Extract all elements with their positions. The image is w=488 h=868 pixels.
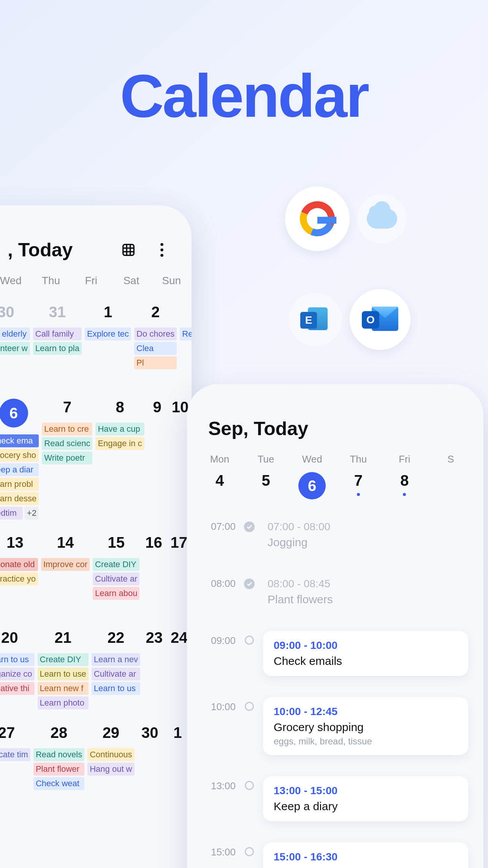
day-cell[interactable]: 8Have a cupEngage in c xyxy=(94,388,146,523)
overflow-menu-button[interactable] xyxy=(154,242,170,258)
event-chip[interactable]: Grocery sho xyxy=(0,449,39,462)
event-time: 13:00 - 15:00 xyxy=(274,785,458,797)
day-cell[interactable]: 28Read novelsPlant flowerCheck weat xyxy=(32,714,86,809)
event-card[interactable]: 15:00 - 16:30Learn problem-solving skill… xyxy=(263,843,468,868)
event-chip[interactable]: Learn photo xyxy=(38,696,89,709)
weekday-label: Wed xyxy=(0,275,31,287)
event-card[interactable]: 07:00 - 08:00Jogging xyxy=(263,517,468,553)
day-strip-item[interactable]: S xyxy=(432,453,470,499)
event-chip[interactable]: Learn to pla xyxy=(33,342,82,355)
day-cell[interactable]: 14Improve cor xyxy=(40,523,91,618)
day-cell[interactable]: 7Learn to creRead sciencWrite poetr xyxy=(40,388,94,523)
event-chip[interactable]: Continuous xyxy=(87,748,134,761)
event-chip[interactable]: Practice yo xyxy=(0,572,38,585)
event-chip[interactable]: Create DIY xyxy=(93,558,139,571)
event-chip[interactable]: Clea xyxy=(134,342,177,355)
event-chip[interactable]: Organize co xyxy=(0,668,35,680)
more-events-chip[interactable]: +2 xyxy=(24,507,39,520)
day-cell[interactable]: 2Do choresCleaPl xyxy=(133,293,178,388)
event-chip[interactable]: Learn desse xyxy=(0,492,39,505)
more-vertical-icon xyxy=(160,243,164,257)
event-card[interactable]: 08:00 - 08:45Plant flowers xyxy=(263,574,468,610)
day-cell[interactable]: 31Call familyLearn to pla xyxy=(32,293,83,388)
day-strip-item[interactable]: Mon4 xyxy=(201,453,239,499)
event-chip[interactable]: Bedtim xyxy=(0,507,23,520)
day-strip-dow: Tue xyxy=(247,453,285,465)
event-chip[interactable]: Cultivate ar xyxy=(92,668,140,680)
event-chip[interactable]: Creative thi xyxy=(0,682,35,695)
event-chip[interactable]: Create DIY xyxy=(38,653,89,666)
slot-marker[interactable] xyxy=(244,517,255,532)
event-chip[interactable]: Have a cup xyxy=(95,423,144,436)
day-cell[interactable]: 6Check emaGrocery shoKeep a diarLearn pr… xyxy=(0,388,40,523)
event-chip[interactable]: Do chores xyxy=(134,327,177,340)
event-chip[interactable]: Engage in c xyxy=(95,437,144,450)
event-chip[interactable]: Check ema xyxy=(0,434,39,447)
event-chip[interactable]: Improve cor xyxy=(41,558,90,571)
day-number: 6 xyxy=(0,399,28,428)
event-chip[interactable]: Learn to us xyxy=(0,653,35,666)
integration-outlook: O xyxy=(350,289,410,350)
event-chip[interactable]: Learn a nev xyxy=(92,653,140,666)
day-cell[interactable]: 23 xyxy=(142,618,166,714)
event-chip[interactable]: Plant flower xyxy=(33,763,84,776)
day-cell[interactable]: 21Create DIYLearn to useLearn new fLearn… xyxy=(36,618,90,714)
event-chip[interactable]: Learn probl xyxy=(0,478,39,491)
day-cell[interactable]: 30 xyxy=(136,714,164,809)
event-time: 10:00 - 12:45 xyxy=(274,706,458,718)
event-chip[interactable]: Learn to use xyxy=(38,668,89,680)
hour-label: 09:00 xyxy=(202,631,236,647)
day-cell[interactable]: 27Allocate tim xyxy=(0,714,32,809)
week-row: 25lanningld clotheseal2627Allocate tim28… xyxy=(0,714,192,809)
day-number: 20 xyxy=(0,629,35,646)
event-card[interactable]: 09:00 - 10:00Check emails xyxy=(263,631,468,676)
day-cell[interactable]: 30Visit elderlyVolunteer w xyxy=(0,293,32,388)
event-chip[interactable]: Keep a diar xyxy=(0,463,39,476)
event-chip[interactable]: Donate old xyxy=(0,558,38,571)
event-chip[interactable]: Learn to us xyxy=(92,682,140,695)
event-chip[interactable]: Hang out w xyxy=(87,763,134,776)
day-strip-item[interactable]: Tue5 xyxy=(247,453,285,499)
event-time: 15:00 - 16:30 xyxy=(274,851,458,863)
day-cell[interactable]: 1Explore tec xyxy=(83,293,133,388)
view-switcher-button[interactable] xyxy=(120,242,137,258)
slot-marker[interactable] xyxy=(244,776,255,790)
day-cell[interactable]: 22Learn a nevCultivate arLearn to us xyxy=(90,618,142,714)
event-chip[interactable]: Call family xyxy=(33,327,82,340)
event-chip[interactable]: Write poetr xyxy=(42,451,92,464)
day-strip-item[interactable]: Wed6 xyxy=(293,453,331,499)
event-title: Keep a diary xyxy=(274,800,458,813)
day-cell[interactable]: 13Donate oldPractice yo xyxy=(0,523,40,618)
event-chip[interactable]: Check weat xyxy=(33,777,84,790)
event-chip[interactable]: Pl xyxy=(134,356,177,369)
event-card[interactable]: 13:00 - 15:00Keep a diary xyxy=(263,776,468,821)
slot-marker[interactable] xyxy=(244,697,255,711)
day-cell[interactable]: 20Learn to usOrganize coCreative thi xyxy=(0,618,36,714)
hour-label: 08:00 xyxy=(202,574,236,590)
event-chip[interactable]: Volunteer w xyxy=(0,342,30,355)
event-chip[interactable]: Read scienc xyxy=(42,437,92,450)
day-cell[interactable]: 16 xyxy=(141,523,166,618)
day-strip-item[interactable]: Fri8 xyxy=(385,453,423,499)
event-chip[interactable]: Learn to cre xyxy=(42,423,92,436)
event-chip[interactable]: Explore tec xyxy=(85,327,131,340)
slot-marker[interactable] xyxy=(244,631,255,645)
day-strip-number: 6 xyxy=(298,472,326,499)
event-chip[interactable]: Read novels xyxy=(33,748,84,761)
event-chip[interactable]: Read books xyxy=(180,327,192,340)
day-cell[interactable]: 15Create DIYCultivate arLearn abou xyxy=(91,523,141,618)
event-chip[interactable]: Cultivate ar xyxy=(93,572,139,585)
circle-icon xyxy=(245,636,254,645)
event-chip[interactable]: Learn abou xyxy=(93,587,139,600)
slot-marker[interactable] xyxy=(244,843,255,856)
event-chip[interactable]: Learn new f xyxy=(38,682,89,695)
slot-marker[interactable] xyxy=(244,574,255,589)
day-cell[interactable]: 3Read books xyxy=(178,293,192,388)
event-chip[interactable]: Visit elderly xyxy=(0,327,30,340)
day-strip-item[interactable]: Thu7 xyxy=(339,453,377,499)
event-chip[interactable]: Allocate tim xyxy=(0,748,30,761)
event-card[interactable]: 10:00 - 12:45Grocery shoppingeggs, milk,… xyxy=(263,697,468,755)
day-cell[interactable]: 9 xyxy=(146,388,169,523)
day-strip-dow: Thu xyxy=(339,453,377,465)
day-cell[interactable]: 29ContinuousHang out w xyxy=(86,714,136,809)
